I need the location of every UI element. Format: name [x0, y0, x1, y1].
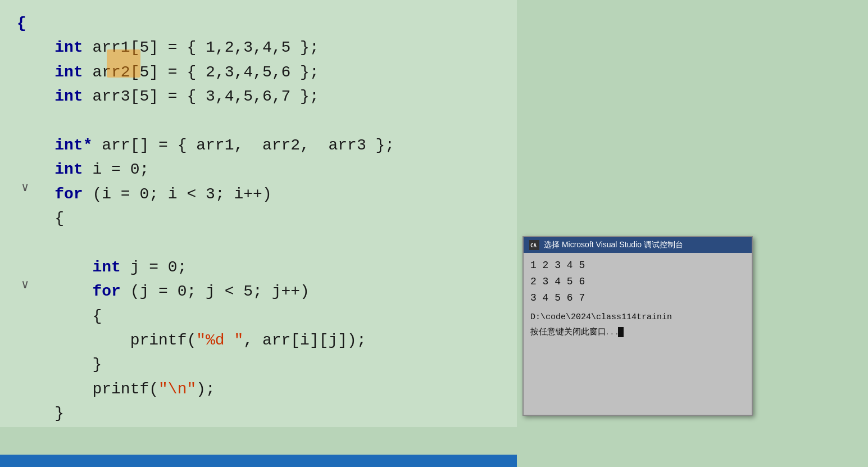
svg-text:CA: CA [530, 243, 537, 248]
console-output-line-3: 3 4 5 6 7 [530, 290, 745, 306]
bottom-status-bar [0, 455, 517, 467]
code-line-printf2: printf("\n"); [17, 377, 500, 401]
code-line-for2: for (j = 0; j < 5; j++) [17, 279, 500, 303]
code-line-brace2: { [17, 304, 500, 328]
code-line-brace1: { [17, 206, 500, 230]
code-line-i: int i = 0; [17, 157, 500, 182]
arrow-indicator-2: ∨ [21, 279, 29, 292]
code-line-arr3: int arr3[5] = { 3,4,5,6,7 }; [17, 84, 500, 108]
console-titlebar: CA 选择 Microsoft Visual Studio 调试控制台 [524, 237, 752, 253]
code-line-arr1: int arr1[5] = { 1,2,3,4,5 }; [17, 35, 500, 60]
console-window[interactable]: CA 选择 Microsoft Visual Studio 调试控制台 1 2 … [522, 236, 753, 416]
code-editor[interactable]: { int arr1[5] = { 1,2,3,4,5 }; int arr2[… [0, 0, 517, 427]
code-line-open-brace: { [17, 11, 500, 35]
console-output-line-2: 2 3 4 5 6 [530, 274, 745, 290]
code-line-blank2 [17, 231, 500, 255]
console-cursor [618, 327, 624, 337]
code-line-brace3: } [17, 352, 500, 377]
code-line-brace4: } [17, 401, 500, 425]
console-icon: CA [529, 240, 539, 250]
code-line-printf1: printf("%d ", arr[i][j]); [17, 328, 500, 352]
console-output-line-1: 1 2 3 4 5 [530, 257, 745, 274]
console-path: D:\code\2024\class114trainin [530, 312, 745, 322]
code-line-j: int j = 0; [17, 255, 500, 279]
console-body: 1 2 3 4 5 2 3 4 5 6 3 4 5 6 7 D:\code\20… [524, 253, 752, 415]
console-prompt: 按任意键关闭此窗口. . . [530, 327, 745, 337]
console-title: 选择 Microsoft Visual Studio 调试控制台 [544, 240, 683, 250]
arrow-indicator-1: ∨ [21, 182, 29, 194]
code-line-for1: for (i = 0; i < 3; i++) [17, 182, 500, 206]
code-line-ptr: int* arr[] = { arr1, arr2, arr3 }; [17, 133, 500, 157]
code-line-blank1 [17, 109, 500, 133]
code-line-arr2: int arr2[5] = { 2,3,4,5,6 }; [17, 60, 500, 84]
